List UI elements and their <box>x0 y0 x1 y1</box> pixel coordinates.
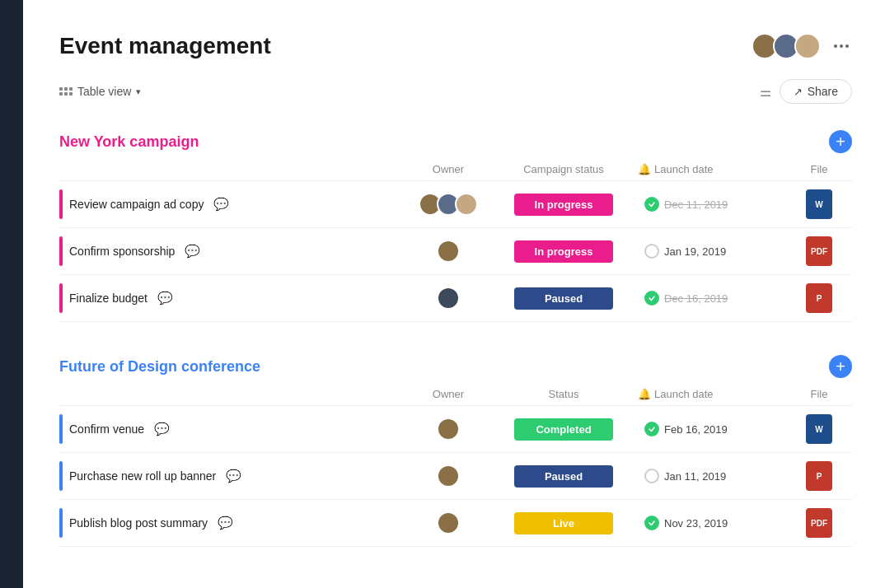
date-cell: Nov 23, 2019 <box>638 516 786 530</box>
more-options-button[interactable] <box>831 41 852 51</box>
task-name: Publish blog post summary <box>69 516 208 530</box>
avatar <box>437 464 460 488</box>
comment-icon[interactable]: 💬 <box>154 422 170 436</box>
section-header-design-conf: Future of Design conference+ <box>59 355 852 378</box>
date-cell: Dec 11, 2019 <box>638 197 786 212</box>
status-badge[interactable]: In progress <box>514 194 613 216</box>
launch-date: Feb 16, 2019 <box>664 423 728 436</box>
add-task-button-ny-campaign[interactable]: + <box>829 130 852 153</box>
file-cell[interactable]: W <box>786 414 852 444</box>
section-ny-campaign: New York campaign+OwnerCampaign status🔔L… <box>59 130 852 322</box>
owner-cell <box>407 287 489 310</box>
check-icon <box>644 422 659 436</box>
col-label-2: Campaign status <box>523 163 604 175</box>
main-content: Event management <box>23 0 885 588</box>
task-border <box>59 508 63 538</box>
status-badge[interactable]: Live <box>514 512 613 534</box>
task-name-cell: Publish blog post summary💬 <box>59 508 407 538</box>
launch-date: Dec 11, 2019 <box>664 198 728 211</box>
comment-icon[interactable]: 💬 <box>226 469 241 483</box>
task-name-cell: Purchase new roll up banner💬 <box>59 461 407 491</box>
file-badge[interactable]: W <box>806 414 832 444</box>
col-label-2: Status <box>549 388 579 400</box>
owner-avatars <box>437 418 460 441</box>
status-cell[interactable]: In progress <box>489 240 638 263</box>
share-label: Share <box>808 85 838 98</box>
col-label-1: Owner <box>433 163 464 175</box>
comment-icon[interactable]: 💬 <box>157 291 173 306</box>
sections-container: New York campaign+OwnerCampaign status🔔L… <box>59 130 852 547</box>
avatar <box>437 418 460 441</box>
toolbar: Table view ▾ ⚌ ↗ Share <box>59 79 852 104</box>
date-cell: Feb 16, 2019 <box>638 422 786 436</box>
task-border <box>59 236 63 266</box>
status-badge[interactable]: Paused <box>514 465 613 488</box>
file-cell[interactable]: PDF <box>786 236 852 266</box>
file-badge[interactable]: PDF <box>806 236 832 266</box>
file-cell[interactable]: P <box>786 283 852 313</box>
owner-avatars <box>437 240 460 263</box>
status-cell[interactable]: In progress <box>489 194 638 216</box>
status-cell[interactable]: Paused <box>489 287 638 310</box>
owner-avatars <box>437 464 460 488</box>
comment-icon[interactable]: 💬 <box>185 244 200 259</box>
col-label-3: Launch date <box>654 163 714 175</box>
date-cell: Dec 16, 2019 <box>638 291 786 306</box>
comment-icon[interactable]: 💬 <box>218 516 233 530</box>
share-button[interactable]: ↗ Share <box>780 79 852 104</box>
table-row: Review campaign ad copy💬In progressDec 1… <box>59 181 852 228</box>
bell-icon: 🔔 <box>638 163 651 175</box>
task-name-cell: Finalize budget💬 <box>59 283 407 313</box>
file-badge[interactable]: P <box>806 461 832 491</box>
task-border <box>59 461 63 491</box>
table-row: Purchase new roll up banner💬PausedJan 11… <box>59 453 852 500</box>
status-cell[interactable]: Live <box>489 512 638 534</box>
task-name: Review campaign ad copy <box>69 198 204 211</box>
col-label-1: Owner <box>433 388 464 400</box>
share-icon: ↗ <box>794 86 803 98</box>
file-cell[interactable]: P <box>786 461 852 491</box>
table-view-button[interactable]: Table view ▾ <box>59 85 141 98</box>
file-badge[interactable]: P <box>806 283 832 313</box>
launch-date: Jan 11, 2019 <box>664 470 726 483</box>
table-ny-campaign: OwnerCampaign status🔔Launch dateFileRevi… <box>59 163 852 322</box>
check-icon <box>644 197 659 212</box>
task-name-cell: Confirm venue💬 <box>59 414 407 444</box>
file-badge[interactable]: PDF <box>806 508 832 538</box>
owner-avatars <box>419 193 478 216</box>
avatar-3 <box>794 33 821 59</box>
file-badge[interactable]: W <box>806 189 832 219</box>
task-border <box>59 189 63 219</box>
table-row: Confirm venue💬CompletedFeb 16, 2019W <box>59 406 852 453</box>
header-right <box>752 33 852 59</box>
chevron-down-icon: ▾ <box>136 86 141 97</box>
dot-2 <box>840 44 843 48</box>
status-badge[interactable]: Completed <box>514 418 613 441</box>
columns-header-design-conf: OwnerStatus🔔Launch dateFile <box>59 388 852 406</box>
owner-cell <box>407 240 489 263</box>
avatar <box>455 193 478 216</box>
col-label-3: Launch date <box>654 388 714 400</box>
sidebar <box>0 0 23 588</box>
page-header: Event management <box>59 33 852 59</box>
add-task-button-design-conf[interactable]: + <box>829 355 852 378</box>
date-cell: Jan 11, 2019 <box>638 469 786 483</box>
task-name: Purchase new roll up banner <box>69 469 216 483</box>
status-badge[interactable]: In progress <box>514 240 613 263</box>
owner-avatars <box>437 287 460 310</box>
task-name: Finalize budget <box>69 292 148 305</box>
check-icon <box>644 291 659 306</box>
status-badge[interactable]: Paused <box>514 287 613 310</box>
status-cell[interactable]: Completed <box>489 418 638 441</box>
owner-avatars <box>437 511 460 534</box>
task-border <box>59 283 63 313</box>
file-cell[interactable]: W <box>786 189 852 219</box>
owner-cell <box>407 511 489 534</box>
avatar <box>437 240 460 263</box>
task-name: Confirm sponsorship <box>69 245 175 258</box>
status-cell[interactable]: Paused <box>489 465 638 488</box>
file-cell[interactable]: PDF <box>786 508 852 538</box>
filter-icon[interactable]: ⚌ <box>760 84 771 100</box>
comment-icon[interactable]: 💬 <box>213 197 229 212</box>
toolbar-right: ⚌ ↗ Share <box>760 79 852 104</box>
